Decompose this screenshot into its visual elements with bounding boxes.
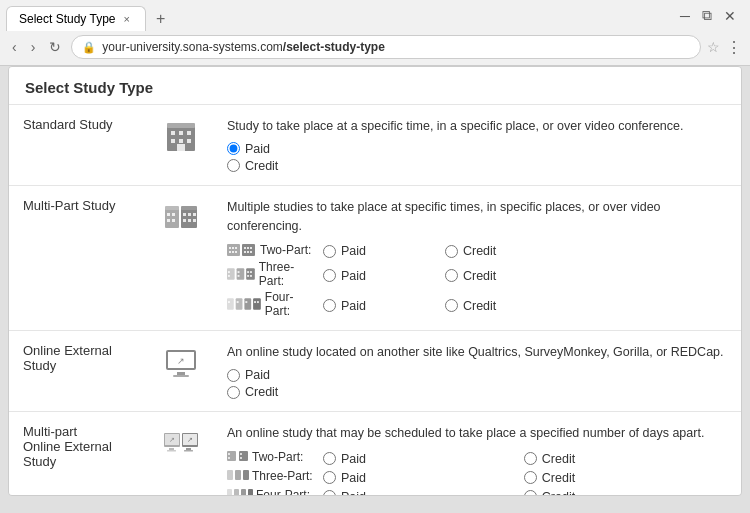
standard-paid-option[interactable]: Paid	[227, 142, 727, 156]
svg-rect-35	[247, 251, 249, 253]
minimize-button[interactable]: ─	[680, 8, 690, 24]
url-bar[interactable]: 🔒 your-university.sona-systems.com/selec…	[71, 35, 701, 59]
ext-four-paid-radio[interactable]	[323, 490, 336, 496]
external-credit-radio[interactable]	[227, 386, 240, 399]
ext-four-credit-radio[interactable]	[524, 490, 537, 496]
restore-button[interactable]: ⧉	[702, 7, 712, 24]
two-part-label: Two-Part:	[227, 243, 317, 257]
svg-rect-39	[228, 275, 230, 277]
svg-rect-45	[247, 275, 249, 277]
ext-four-icon	[227, 489, 253, 496]
tab-bar: Select Study Type × + ─ ⧉ ✕	[0, 0, 750, 31]
study-icon-multipart	[149, 185, 213, 331]
svg-rect-13	[167, 219, 170, 222]
study-name-multipart: Multi-Part Study	[9, 185, 149, 331]
browser-menu-icon[interactable]: ⋮	[726, 38, 742, 57]
external-paid-radio[interactable]	[227, 369, 240, 382]
svg-rect-78	[227, 470, 233, 480]
ext-two-part-label: Two-Part:	[227, 450, 317, 464]
svg-rect-3	[179, 131, 183, 135]
window-controls: ─ ⧉ ✕	[680, 7, 744, 30]
svg-text:↗: ↗	[177, 356, 185, 366]
multipart-options-grid: Two-Part: Paid Credit	[227, 241, 727, 318]
svg-rect-38	[228, 271, 230, 273]
standard-paid-radio[interactable]	[227, 142, 240, 155]
bookmark-icon[interactable]: ☆	[707, 39, 720, 55]
svg-rect-11	[167, 213, 170, 216]
study-icon-standard	[149, 105, 213, 185]
svg-rect-20	[183, 219, 186, 222]
new-tab-button[interactable]: +	[150, 8, 171, 30]
svg-rect-24	[229, 247, 231, 249]
standard-credit-radio[interactable]	[227, 159, 240, 172]
svg-rect-48	[227, 298, 234, 310]
browser-chrome: Select Study Type × + ─ ⧉ ✕ ‹ › ↻ 🔒 your…	[0, 0, 750, 66]
svg-rect-46	[250, 271, 252, 273]
four-part-credit-radio[interactable]	[445, 299, 458, 312]
url-path: /select-study-type	[283, 40, 385, 54]
two-part-credit-radio[interactable]	[445, 245, 458, 258]
study-name-standard: Standard Study	[9, 105, 149, 185]
study-icon-multipart-external: ↗ ↗	[149, 412, 213, 497]
two-part-credit[interactable]: Credit	[445, 244, 569, 258]
svg-rect-8	[177, 144, 185, 151]
study-desc-multipart-external: An online study that may be scheduled to…	[213, 412, 741, 497]
svg-rect-47	[250, 275, 252, 277]
svg-rect-60	[177, 372, 185, 375]
ext-two-credit[interactable]: Credit	[524, 452, 727, 466]
svg-rect-1	[167, 123, 195, 128]
svg-rect-36	[250, 251, 252, 253]
svg-rect-84	[248, 489, 253, 496]
external-paid-option[interactable]: Paid	[227, 368, 727, 382]
svg-rect-80	[243, 470, 249, 480]
back-button[interactable]: ‹	[8, 37, 21, 57]
two-part-paid-radio[interactable]	[323, 245, 336, 258]
three-part-paid[interactable]: Paid	[323, 269, 439, 283]
study-desc-standard: Study to take place at a specific time, …	[213, 105, 741, 185]
four-part-credit[interactable]: Credit	[445, 299, 569, 313]
svg-rect-72	[227, 451, 236, 461]
svg-rect-30	[242, 244, 255, 256]
ext-two-paid[interactable]: Paid	[323, 452, 518, 466]
four-part-label: Four-Part:	[227, 290, 317, 318]
svg-rect-83	[241, 489, 246, 496]
svg-rect-54	[253, 298, 261, 310]
table-row: Multi-part Online External Study ↗ ↗	[9, 412, 741, 497]
table-row: Standard Study Study to take place at a …	[9, 105, 741, 185]
ext-two-icon	[227, 451, 249, 463]
external-credit-option[interactable]: Credit	[227, 385, 727, 399]
ext-three-credit-radio[interactable]	[524, 471, 537, 484]
building-multi-icon	[163, 200, 199, 236]
four-part-paid[interactable]: Paid	[323, 299, 439, 313]
study-name-multipart-external: Multi-part Online External Study	[9, 412, 149, 497]
svg-rect-51	[237, 301, 239, 303]
ext-four-credit[interactable]: Credit	[524, 490, 727, 496]
four-part-paid-radio[interactable]	[323, 299, 336, 312]
two-part-paid[interactable]: Paid	[323, 244, 439, 258]
ext-three-credit[interactable]: Credit	[524, 471, 727, 485]
svg-rect-25	[232, 247, 234, 249]
ext-two-credit-radio[interactable]	[524, 452, 537, 465]
monitor-multi-icon: ↗ ↗	[163, 426, 199, 462]
svg-rect-12	[172, 213, 175, 216]
three-part-paid-radio[interactable]	[323, 269, 336, 282]
standard-options: Paid Credit	[227, 142, 727, 173]
svg-rect-9	[165, 208, 179, 228]
standard-credit-option[interactable]: Credit	[227, 159, 727, 173]
svg-rect-17	[183, 213, 186, 216]
forward-button[interactable]: ›	[27, 37, 40, 57]
reload-button[interactable]: ↻	[45, 37, 65, 57]
ext-three-paid-radio[interactable]	[323, 471, 336, 484]
svg-rect-32	[247, 247, 249, 249]
ext-four-part-label: Four-Part:	[227, 488, 317, 496]
svg-rect-7	[187, 139, 191, 143]
ext-three-paid[interactable]: Paid	[323, 471, 518, 485]
ext-four-paid[interactable]: Paid	[323, 490, 518, 496]
svg-rect-29	[235, 251, 237, 253]
three-part-credit[interactable]: Credit	[445, 269, 569, 283]
three-part-credit-radio[interactable]	[445, 269, 458, 282]
close-button[interactable]: ✕	[724, 8, 736, 24]
tab-close-button[interactable]: ×	[124, 13, 130, 25]
svg-rect-27	[229, 251, 231, 253]
ext-two-paid-radio[interactable]	[323, 452, 336, 465]
